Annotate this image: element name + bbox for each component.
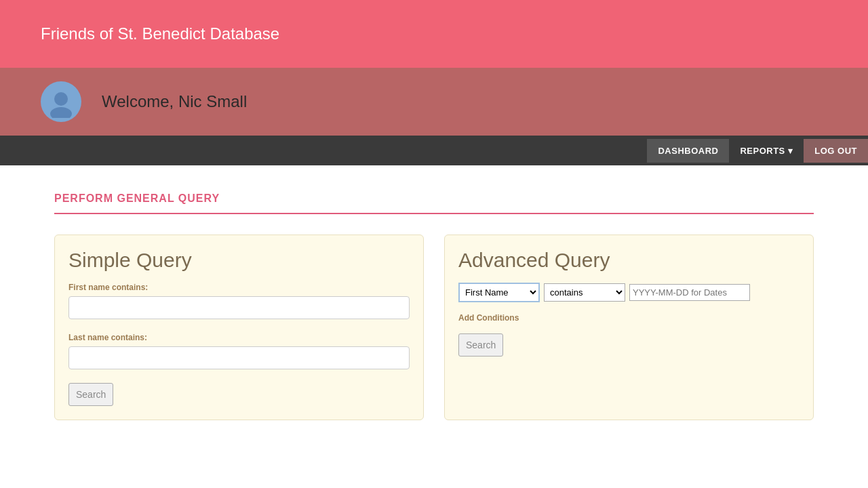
welcome-text: Welcome, Nic Small [102,92,247,111]
nav-reports[interactable]: REPORTS ▾ [729,139,804,163]
field-select[interactable]: First Name Last Name Email Phone Date [458,283,540,302]
section-title: PERFORM GENERAL QUERY [54,192,814,205]
simple-query-title: Simple Query [68,249,410,272]
add-conditions-link[interactable]: Add Conditions [458,313,800,323]
adv-value-input[interactable] [629,284,750,301]
chevron-down-icon: ▾ [788,146,793,156]
advanced-search-button[interactable]: Search [458,333,503,357]
simple-query-box: Simple Query First name contains: Last n… [54,235,424,420]
user-bar: Welcome, Nic Small [0,68,868,136]
operator-select[interactable]: contains equals starts with ends with [544,283,625,302]
advanced-condition-row: First Name Last Name Email Phone Date co… [458,283,800,302]
nav-dashboard[interactable]: DASHBOARD [647,139,729,163]
nav-logout[interactable]: LOG OUT [804,139,868,163]
nav-bar: DASHBOARD REPORTS ▾ LOG OUT [0,136,868,165]
last-name-label: Last name contains: [68,333,410,342]
svg-point-1 [50,107,72,118]
app-title: Friends of St. Benedict Database [41,24,279,43]
app-header: Friends of St. Benedict Database [0,0,868,68]
section-divider [54,213,814,214]
main-content: PERFORM GENERAL QUERY Simple Query First… [0,165,868,447]
advanced-query-box: Advanced Query First Name Last Name Emai… [444,235,814,420]
first-name-label: First name contains: [68,283,410,292]
last-name-input[interactable] [68,346,410,369]
avatar [41,81,81,122]
first-name-input[interactable] [68,296,410,319]
query-grid: Simple Query First name contains: Last n… [54,235,814,420]
svg-point-0 [54,92,68,106]
simple-search-button[interactable]: Search [68,383,113,406]
advanced-query-title: Advanced Query [458,249,800,272]
